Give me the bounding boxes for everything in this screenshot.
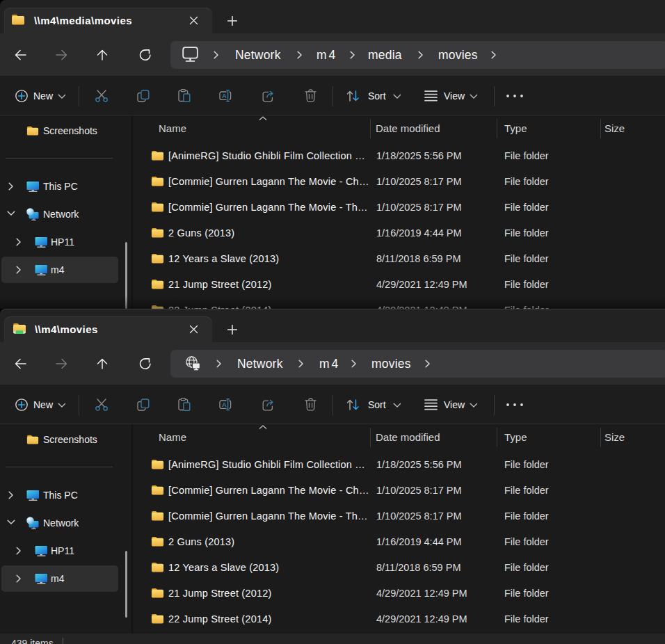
svg-text:A: A — [222, 92, 227, 99]
svg-text:A: A — [222, 401, 227, 408]
